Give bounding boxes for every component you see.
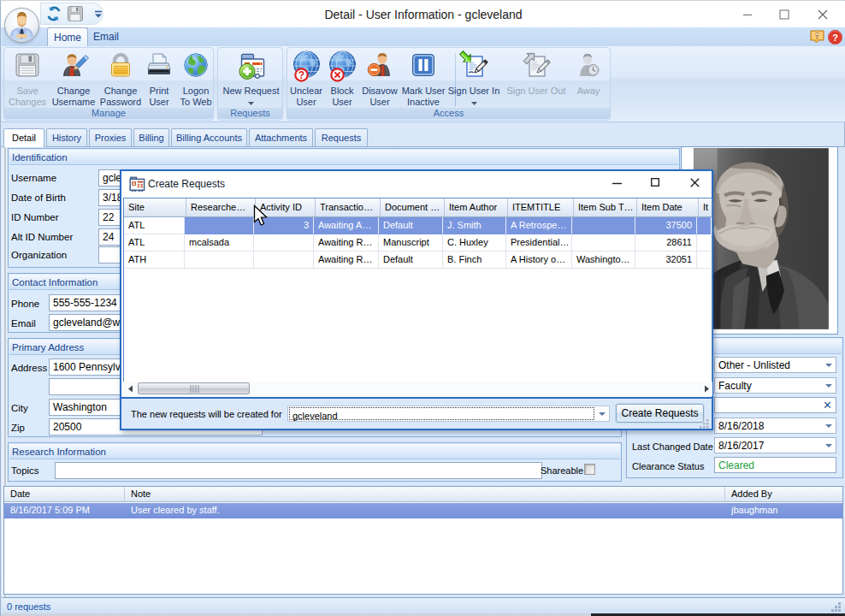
svg-text:?: ? — [832, 33, 838, 43]
svg-text:?: ? — [298, 69, 304, 81]
